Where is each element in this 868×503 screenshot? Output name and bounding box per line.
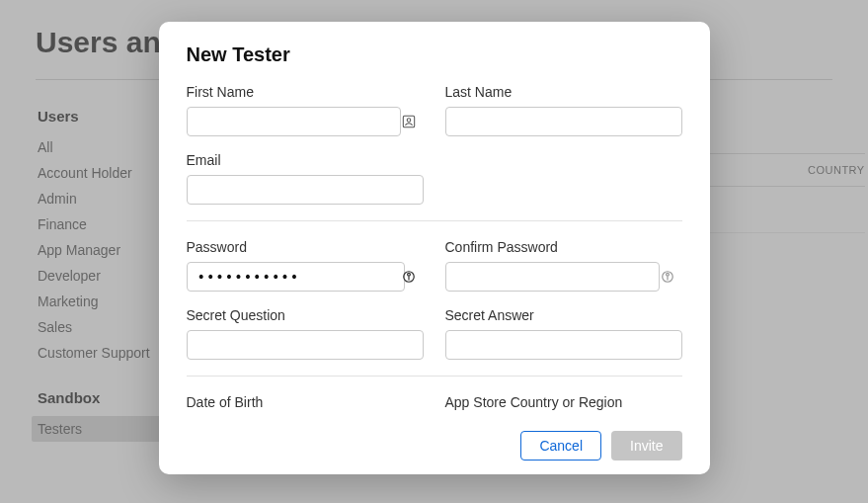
modal-overlay: New Tester First Name Last Name [0,0,868,503]
password-field[interactable] [187,262,405,292]
first-name-label: First Name [187,84,424,100]
secret-answer-label: Secret Answer [445,307,682,323]
confirm-password-label: Confirm Password [445,239,682,255]
svg-point-1 [407,119,411,123]
divider [187,376,682,377]
contact-icon [402,115,416,128]
confirm-password-field[interactable] [445,262,660,292]
new-tester-modal: New Tester First Name Last Name [159,22,710,474]
svg-point-5 [666,273,669,276]
key-icon [402,270,416,284]
country-label: App Store Country or Region [445,394,682,410]
divider [187,220,682,221]
email-label: Email [187,152,424,168]
email-field[interactable] [187,175,424,205]
secret-question-label: Secret Question [187,307,424,323]
last-name-field[interactable] [445,107,682,136]
dob-label: Date of Birth [187,394,424,410]
secret-question-field[interactable] [187,330,424,360]
first-name-field[interactable] [187,107,401,136]
svg-point-3 [407,273,410,276]
cancel-button[interactable]: Cancel [520,431,601,461]
password-label: Password [187,239,424,255]
key-icon [661,270,674,284]
modal-footer: Cancel Invite [187,421,682,461]
modal-title: New Tester [187,43,682,66]
invite-button[interactable]: Invite [611,431,681,461]
last-name-label: Last Name [445,84,682,100]
secret-answer-field[interactable] [445,330,682,360]
